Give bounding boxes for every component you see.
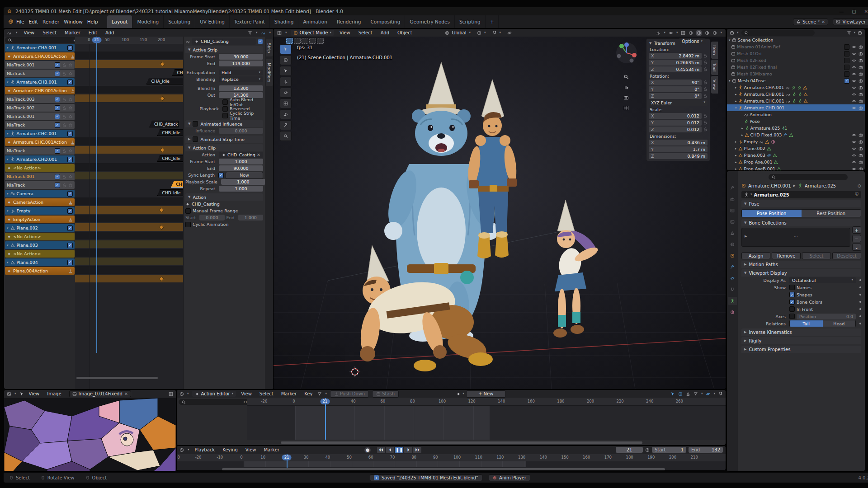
nla-strip-row[interactable]	[75, 232, 183, 239]
push-down-icon[interactable]	[68, 200, 73, 205]
workspace-tab-sculpting[interactable]: Sculpting	[164, 15, 195, 28]
transform-value-field[interactable]: Y-0.26635 m	[649, 60, 702, 66]
nla-strip-row[interactable]	[75, 60, 183, 68]
menu-render[interactable]: Render	[41, 19, 61, 24]
nla-strip-row[interactable]	[75, 137, 183, 145]
nla-playhead[interactable]	[96, 37, 97, 353]
track-mute-checkbox[interactable]: ✓	[55, 62, 60, 68]
nla-object-track[interactable]: ▾Camera✓	[5, 190, 75, 197]
nla-strip-row[interactable]: CHA_Slash	[75, 69, 183, 76]
menu-edit[interactable]: Edit	[87, 30, 99, 35]
sidebar-tab-strip[interactable]: Strip	[266, 39, 273, 56]
reversed-checkbox[interactable]	[222, 106, 228, 112]
nla-strip[interactable]: CHD_Casting	[171, 181, 183, 188]
extrapolation-dropdown[interactable]: Hold▾	[219, 70, 263, 75]
nla-strip-row[interactable]: CHC_Idle	[75, 155, 183, 162]
nla-strip-row[interactable]	[75, 215, 183, 222]
nla-action-track[interactable]: <No Action>	[5, 233, 75, 240]
nla-strip[interactable]: CHD_Idle	[157, 189, 183, 196]
select-mode-extend[interactable]	[294, 38, 301, 44]
nla-strip-row[interactable]: CHB_Idle	[75, 129, 183, 136]
nla-track[interactable]: NlaTrack.001✓	[5, 113, 75, 120]
outliner-row[interactable]: ▾Mesh 04Pose✓	[727, 77, 865, 84]
outliner-row[interactable]: ▸Armature.CHA.001	[727, 84, 865, 91]
new-collection-icon[interactable]	[858, 31, 862, 35]
nla-action-track[interactable]: CameraAction	[5, 198, 75, 206]
select-box-tool[interactable]	[280, 55, 292, 65]
orientation-icon[interactable]	[445, 31, 449, 35]
nla-strip-row[interactable]	[75, 275, 183, 282]
jump-end-button[interactable]: ⏵⏵	[413, 447, 421, 453]
timeline-ruler[interactable]: -30-20-100102030405060708090100110120130…	[177, 454, 726, 461]
nla-action-track[interactable]: Armature.CHA.001Action	[5, 52, 75, 60]
track-mute-checkbox[interactable]: ✓	[55, 122, 60, 128]
track-enable-checkbox[interactable]: ✓	[67, 243, 73, 248]
menu-view[interactable]: View	[239, 391, 254, 396]
track-enable-checkbox[interactable]: ✓	[67, 225, 73, 231]
auto-key-button[interactable]: ●	[364, 447, 371, 453]
keyframe-diamond[interactable]	[159, 225, 164, 230]
proportional-icon[interactable]	[706, 392, 710, 396]
timeline-hscrollbar[interactable]	[222, 468, 665, 470]
dopesheet-hscrollbar[interactable]	[281, 441, 642, 444]
viewport-display-panel-header[interactable]: ▼Viewport Display	[741, 269, 861, 277]
outliner-row[interactable]: ▸Armature.CHB.001	[727, 91, 865, 98]
armature-datablock-field[interactable]: ▾ Armature.025 ⛨	[741, 191, 861, 198]
proportional-edit-icon[interactable]	[507, 31, 512, 35]
outliner-row[interactable]: Mixamo 01Anim Ref	[727, 43, 865, 50]
menu-add[interactable]: Add	[104, 30, 116, 35]
menu-keying[interactable]: Keying	[221, 447, 240, 452]
action-start-field[interactable]: 0.000	[199, 215, 224, 221]
dopesheet-ruler[interactable]: -200204060801001201401601802002202402602…	[247, 398, 726, 406]
nla-action-track[interactable]: EmptyAction	[5, 216, 75, 223]
navigation-gizmo[interactable]	[616, 42, 637, 63]
image-options-icon[interactable]	[169, 392, 173, 396]
scene-tab[interactable]	[728, 229, 737, 237]
nla-strip-row[interactable]	[75, 266, 183, 274]
show-gizmo-icon[interactable]	[656, 31, 660, 35]
outliner-row[interactable]: ▸Armature.02541	[727, 125, 865, 131]
outliner-row[interactable]: ▸Plane.003	[727, 152, 865, 159]
ortho-grid-icon[interactable]	[622, 103, 631, 113]
frame-start-field[interactable]: 30.000	[219, 54, 263, 60]
outliner-display-mode-icon[interactable]	[730, 31, 734, 35]
outliner-row[interactable]: ▸CHD Fixed.003	[727, 131, 865, 138]
sync-now-button[interactable]: Now	[226, 172, 263, 179]
scene-selector[interactable]: Scene▾✕	[793, 19, 828, 25]
workspace-tab-scripting[interactable]: Scripting	[455, 15, 486, 28]
track-mute-checkbox[interactable]: ✓	[55, 97, 60, 102]
remove-button[interactable]: Remove	[772, 252, 801, 259]
render-tab[interactable]	[728, 195, 737, 203]
select-mode-intersect[interactable]	[317, 38, 324, 44]
transform-value-field[interactable]: Z0°	[649, 93, 702, 99]
nla-strip-row[interactable]	[75, 112, 183, 119]
menu-file[interactable]: File	[14, 19, 26, 24]
action-panel-header[interactable]: ▼Action	[185, 193, 263, 201]
rest-position-button[interactable]: Rest Position	[802, 210, 861, 217]
bone-collection-remove-button[interactable]: −	[852, 235, 861, 242]
editor-mode-dropdown[interactable]: Action Editor▾	[192, 391, 236, 397]
nla-strip-row[interactable]	[75, 249, 183, 257]
use-preview-range-icon[interactable]	[645, 448, 650, 452]
snap-icon[interactable]	[718, 392, 723, 396]
nla-object-track[interactable]: ▾Plane.004✓	[5, 258, 75, 266]
workspace-tab-texture-paint[interactable]: Texture Paint	[230, 15, 270, 28]
outliner-row[interactable]: ▸Prop Axe.001	[727, 159, 865, 165]
transform-value-field[interactable]: Z0.45534 m	[649, 66, 702, 72]
viewport-tab-tool[interactable]: Tool	[711, 60, 718, 75]
modifier-tab[interactable]	[728, 263, 737, 271]
custom-properties-panel-header[interactable]: ▶Custom Properties	[741, 346, 861, 353]
bone-collections-list[interactable]: ▶⋯	[741, 228, 850, 247]
menu-marker[interactable]: Marker	[279, 391, 299, 396]
select-mode-invert[interactable]	[309, 38, 316, 44]
nla-object-track[interactable]: ▾Armature.CHA.001✓	[5, 44, 75, 52]
playback-scale-field[interactable]: 1.000	[221, 179, 265, 185]
nla-strip[interactable]: CHA_Idle	[146, 78, 183, 84]
nla-object-track[interactable]: ▾Plane.002✓	[5, 224, 75, 232]
transform-value-field[interactable]: Y1.7 m	[649, 146, 708, 152]
menu-marker[interactable]: Marker	[63, 30, 82, 35]
nla-strip[interactable]: CHC_Idle	[157, 155, 183, 162]
physics-tab[interactable]	[728, 274, 737, 282]
current-frame-badge[interactable]: 21	[320, 399, 330, 404]
menu-window[interactable]: Window	[62, 19, 84, 24]
